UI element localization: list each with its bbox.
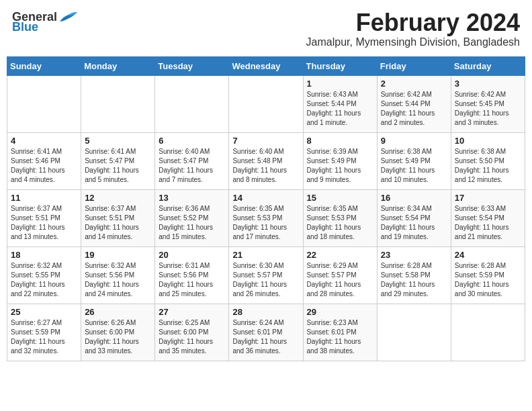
week-row-4: 18Sunrise: 6:32 AM Sunset: 5:55 PM Dayli…	[7, 246, 525, 304]
day-cell	[7, 75, 81, 132]
day-number: 7	[232, 136, 299, 146]
day-cell: 7Sunrise: 6:40 AM Sunset: 5:48 PM Daylig…	[229, 132, 303, 189]
page-title: February 2024	[306, 9, 520, 36]
calendar-body: 1Sunrise: 6:43 AM Sunset: 5:44 PM Daylig…	[7, 75, 525, 361]
day-info: Sunrise: 6:38 AM Sunset: 5:50 PM Dayligh…	[455, 147, 521, 185]
day-info: Sunrise: 6:42 AM Sunset: 5:45 PM Dayligh…	[455, 90, 521, 128]
day-cell: 3Sunrise: 6:42 AM Sunset: 5:45 PM Daylig…	[451, 75, 525, 132]
day-info: Sunrise: 6:28 AM Sunset: 5:59 PM Dayligh…	[455, 261, 521, 299]
day-info: Sunrise: 6:33 AM Sunset: 5:54 PM Dayligh…	[455, 204, 521, 242]
day-info: Sunrise: 6:26 AM Sunset: 6:00 PM Dayligh…	[85, 318, 151, 356]
day-number: 20	[159, 250, 225, 260]
day-cell: 17Sunrise: 6:33 AM Sunset: 5:54 PM Dayli…	[451, 189, 525, 246]
day-cell	[155, 75, 229, 132]
week-row-3: 11Sunrise: 6:37 AM Sunset: 5:51 PM Dayli…	[7, 189, 525, 246]
day-info: Sunrise: 6:37 AM Sunset: 5:51 PM Dayligh…	[11, 204, 77, 242]
day-info: Sunrise: 6:41 AM Sunset: 5:46 PM Dayligh…	[11, 147, 77, 185]
logo: General Blue	[12, 9, 79, 34]
day-number: 27	[159, 307, 225, 317]
title-area: February 2024 Jamalpur, Mymensingh Divis…	[306, 9, 520, 48]
day-info: Sunrise: 6:32 AM Sunset: 5:56 PM Dayligh…	[85, 261, 151, 299]
day-cell: 9Sunrise: 6:38 AM Sunset: 5:49 PM Daylig…	[377, 132, 451, 189]
day-number: 17	[455, 193, 521, 203]
day-cell: 1Sunrise: 6:43 AM Sunset: 5:44 PM Daylig…	[303, 75, 377, 132]
day-cell: 26Sunrise: 6:26 AM Sunset: 6:00 PM Dayli…	[81, 304, 155, 361]
day-info: Sunrise: 6:36 AM Sunset: 5:52 PM Dayligh…	[159, 204, 225, 242]
day-number: 11	[11, 193, 77, 203]
logo-blue: Blue	[12, 20, 38, 34]
col-header-wednesday: Wednesday	[229, 56, 303, 75]
day-cell: 11Sunrise: 6:37 AM Sunset: 5:51 PM Dayli…	[7, 189, 81, 246]
day-cell	[451, 304, 525, 361]
day-info: Sunrise: 6:29 AM Sunset: 5:57 PM Dayligh…	[307, 261, 373, 299]
page-subtitle: Jamalpur, Mymensingh Division, Banglades…	[306, 36, 520, 48]
day-info: Sunrise: 6:27 AM Sunset: 5:59 PM Dayligh…	[11, 318, 77, 356]
week-row-2: 4Sunrise: 6:41 AM Sunset: 5:46 PM Daylig…	[7, 132, 525, 189]
col-header-saturday: Saturday	[451, 56, 525, 75]
day-info: Sunrise: 6:30 AM Sunset: 5:57 PM Dayligh…	[232, 261, 299, 299]
day-cell: 27Sunrise: 6:25 AM Sunset: 6:00 PM Dayli…	[155, 304, 229, 361]
day-number: 18	[11, 250, 77, 260]
calendar-table: SundayMondayTuesdayWednesdayThursdayFrid…	[7, 56, 525, 361]
day-info: Sunrise: 6:35 AM Sunset: 5:53 PM Dayligh…	[232, 204, 299, 242]
header: General Blue February 2024 Jamalpur, Mym…	[7, 7, 525, 51]
day-number: 12	[85, 193, 151, 203]
day-cell: 18Sunrise: 6:32 AM Sunset: 5:55 PM Dayli…	[7, 246, 81, 304]
col-header-friday: Friday	[377, 56, 451, 75]
day-number: 28	[232, 307, 299, 317]
day-number: 13	[159, 193, 225, 203]
day-cell: 16Sunrise: 6:34 AM Sunset: 5:54 PM Dayli…	[377, 189, 451, 246]
day-info: Sunrise: 6:31 AM Sunset: 5:56 PM Dayligh…	[159, 261, 225, 299]
day-cell	[81, 75, 155, 132]
day-number: 10	[455, 136, 521, 146]
calendar-header-row: SundayMondayTuesdayWednesdayThursdayFrid…	[7, 56, 525, 75]
day-cell: 21Sunrise: 6:30 AM Sunset: 5:57 PM Dayli…	[229, 246, 303, 304]
day-info: Sunrise: 6:24 AM Sunset: 6:01 PM Dayligh…	[232, 318, 299, 356]
col-header-sunday: Sunday	[7, 56, 81, 75]
day-cell: 2Sunrise: 6:42 AM Sunset: 5:44 PM Daylig…	[377, 75, 451, 132]
day-info: Sunrise: 6:37 AM Sunset: 5:51 PM Dayligh…	[85, 204, 151, 242]
day-cell: 25Sunrise: 6:27 AM Sunset: 5:59 PM Dayli…	[7, 304, 81, 361]
day-cell: 12Sunrise: 6:37 AM Sunset: 5:51 PM Dayli…	[81, 189, 155, 246]
day-info: Sunrise: 6:43 AM Sunset: 5:44 PM Dayligh…	[307, 90, 373, 128]
day-number: 9	[381, 136, 447, 146]
day-info: Sunrise: 6:40 AM Sunset: 5:47 PM Dayligh…	[159, 147, 225, 185]
day-cell: 8Sunrise: 6:39 AM Sunset: 5:49 PM Daylig…	[303, 132, 377, 189]
logo-bird-icon	[58, 9, 79, 24]
day-cell: 10Sunrise: 6:38 AM Sunset: 5:50 PM Dayli…	[451, 132, 525, 189]
day-cell: 19Sunrise: 6:32 AM Sunset: 5:56 PM Dayli…	[81, 246, 155, 304]
day-cell: 4Sunrise: 6:41 AM Sunset: 5:46 PM Daylig…	[7, 132, 81, 189]
day-number: 4	[11, 136, 77, 146]
day-info: Sunrise: 6:28 AM Sunset: 5:58 PM Dayligh…	[381, 261, 447, 299]
day-cell: 13Sunrise: 6:36 AM Sunset: 5:52 PM Dayli…	[155, 189, 229, 246]
day-number: 16	[381, 193, 447, 203]
day-info: Sunrise: 6:41 AM Sunset: 5:47 PM Dayligh…	[85, 147, 151, 185]
day-cell: 14Sunrise: 6:35 AM Sunset: 5:53 PM Dayli…	[229, 189, 303, 246]
day-cell: 22Sunrise: 6:29 AM Sunset: 5:57 PM Dayli…	[303, 246, 377, 304]
col-header-tuesday: Tuesday	[155, 56, 229, 75]
day-number: 22	[307, 250, 373, 260]
day-number: 19	[85, 250, 151, 260]
day-info: Sunrise: 6:39 AM Sunset: 5:49 PM Dayligh…	[307, 147, 373, 185]
day-number: 24	[455, 250, 521, 260]
day-cell	[229, 75, 303, 132]
day-number: 8	[307, 136, 373, 146]
day-number: 1	[307, 79, 373, 89]
day-info: Sunrise: 6:35 AM Sunset: 5:53 PM Dayligh…	[307, 204, 373, 242]
day-info: Sunrise: 6:32 AM Sunset: 5:55 PM Dayligh…	[11, 261, 77, 299]
day-cell: 24Sunrise: 6:28 AM Sunset: 5:59 PM Dayli…	[451, 246, 525, 304]
day-number: 26	[85, 307, 151, 317]
day-number: 29	[307, 307, 373, 317]
day-info: Sunrise: 6:23 AM Sunset: 6:01 PM Dayligh…	[307, 318, 373, 356]
day-cell: 28Sunrise: 6:24 AM Sunset: 6:01 PM Dayli…	[229, 304, 303, 361]
day-info: Sunrise: 6:40 AM Sunset: 5:48 PM Dayligh…	[232, 147, 299, 185]
day-number: 5	[85, 136, 151, 146]
day-info: Sunrise: 6:42 AM Sunset: 5:44 PM Dayligh…	[381, 90, 447, 128]
week-row-1: 1Sunrise: 6:43 AM Sunset: 5:44 PM Daylig…	[7, 75, 525, 132]
day-number: 21	[232, 250, 299, 260]
day-number: 25	[11, 307, 77, 317]
day-number: 15	[307, 193, 373, 203]
day-number: 3	[455, 79, 521, 89]
day-info: Sunrise: 6:25 AM Sunset: 6:00 PM Dayligh…	[159, 318, 225, 356]
day-info: Sunrise: 6:34 AM Sunset: 5:54 PM Dayligh…	[381, 204, 447, 242]
